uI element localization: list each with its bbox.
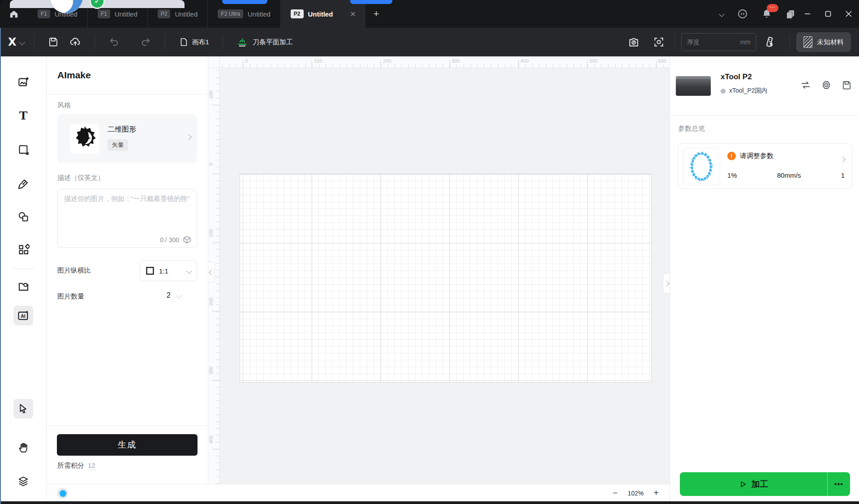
play-icon <box>739 480 747 488</box>
boolean-tool[interactable] <box>13 207 33 226</box>
credits-label: 所需积分 <box>57 461 84 470</box>
power-value: 1% <box>727 171 737 179</box>
elements-grid-icon <box>17 243 30 256</box>
close-window-button[interactable] <box>838 0 859 28</box>
tabs-dropdown-button[interactable] <box>720 10 724 18</box>
process-mode-button[interactable]: 刀条平面加工 <box>233 33 296 51</box>
divider <box>223 35 223 49</box>
window-bottom-edge <box>0 501 859 504</box>
cloud-upload-icon <box>69 36 81 48</box>
parameters-section-title: 参数总览 <box>678 124 705 133</box>
pan-tool[interactable] <box>13 438 33 457</box>
pen-tool[interactable] <box>13 174 33 193</box>
process-more-button[interactable]: ••• <box>828 472 850 496</box>
zoom-out-button[interactable]: − <box>613 488 618 498</box>
zoom-level[interactable]: 102% <box>628 490 644 497</box>
warning-text: 请调整参数 <box>740 152 773 160</box>
char-counter: 0 / 300 <box>160 236 179 243</box>
tab-untitled-4[interactable]: F2 Ultra Untitled <box>208 0 281 28</box>
elements-library-tool[interactable] <box>13 239 33 259</box>
process-mode-label: 刀条平面加工 <box>253 38 293 47</box>
tab-device-badge: F1 <box>98 9 110 18</box>
style-name: 二维图形 <box>107 125 136 134</box>
panel-title: AImake <box>57 70 91 81</box>
save-config-button[interactable] <box>842 80 852 90</box>
thickness-input[interactable] <box>687 38 740 46</box>
status-bar: − 102% + <box>47 484 670 501</box>
ruler-tick-label: 500 <box>589 58 597 64</box>
canvas-area[interactable]: 0 100 200 300 400 500 600 -100 0 100 200… <box>208 56 670 484</box>
material-swatch-icon <box>803 36 812 48</box>
parameter-card[interactable]: ! 请调整参数 1% 80mm/s 1 <box>678 143 852 189</box>
focus-indicator[interactable] <box>57 488 68 499</box>
save-button[interactable] <box>44 33 62 51</box>
object-thumbnail <box>683 148 720 185</box>
shape-tool[interactable] <box>13 140 33 159</box>
thickness-field[interactable]: mm <box>681 33 756 51</box>
frame-preview-button[interactable] <box>649 33 668 51</box>
app-logo[interactable]: X <box>8 36 17 48</box>
save-icon <box>48 37 59 47</box>
tab-device-badge: P2 <box>291 9 304 18</box>
text-tool-icon: T <box>19 109 28 122</box>
canvas-select-button[interactable]: 画布1 <box>175 34 213 51</box>
image-count-value: 2 <box>167 291 171 299</box>
notification-count-badge: ··· <box>767 4 778 12</box>
material-label: 未知材料 <box>817 38 844 47</box>
layers-tool[interactable] <box>13 471 33 491</box>
auto-measure-button[interactable] <box>760 32 780 52</box>
my-projects-tool[interactable] <box>13 277 33 296</box>
select-tool[interactable] <box>13 399 33 419</box>
minimize-button[interactable] <box>797 0 818 28</box>
work-area-grid[interactable] <box>240 174 652 383</box>
maximize-button[interactable] <box>818 0 838 28</box>
process-button[interactable]: 加工 <box>680 472 828 496</box>
text-tool[interactable]: T <box>13 106 33 125</box>
new-tab-button[interactable]: + <box>365 0 387 28</box>
ruler-tick-label: 300 <box>451 58 460 64</box>
divider <box>47 94 208 94</box>
aimake-tool[interactable]: AI <box>13 306 33 325</box>
document-icon <box>179 37 189 47</box>
close-icon <box>845 10 853 18</box>
cloud-upload-button[interactable] <box>66 33 85 51</box>
material-button[interactable]: 未知材料 <box>796 32 851 52</box>
ruler-tick-label: 600 <box>658 58 666 64</box>
device-indicator-pill <box>350 0 392 4</box>
app-menu-chevron[interactable] <box>20 38 24 46</box>
generate-button[interactable]: 生成 <box>57 434 198 456</box>
windows-switcher-button[interactable] <box>786 9 796 19</box>
notifications-button[interactable]: ··· <box>761 9 772 19</box>
warning-icon: ! <box>727 152 736 160</box>
home-button[interactable] <box>6 7 21 21</box>
switch-device-button[interactable] <box>800 80 811 90</box>
undo-button[interactable] <box>105 33 124 51</box>
project-folder-icon <box>17 281 30 293</box>
redo-button[interactable] <box>136 33 155 51</box>
ruler-tick-label: 100 <box>208 224 214 242</box>
aspect-ratio-select[interactable]: 1:1 <box>140 261 197 281</box>
expand-right-panel-handle[interactable] <box>663 273 670 294</box>
import-image-tool[interactable] <box>13 72 33 92</box>
random-dice-icon[interactable] <box>183 235 191 244</box>
style-card[interactable]: 二维图形 矢量 <box>57 114 197 163</box>
zoom-in-button[interactable]: + <box>653 488 659 498</box>
style-label: 风格 <box>57 101 71 110</box>
ruler-tick-label: 0 <box>208 155 214 173</box>
tab-untitled-active[interactable]: P2 Untitled ✕ <box>281 0 365 28</box>
aspect-ratio-label: 图片纵横比 <box>57 266 91 275</box>
home-icon <box>9 9 19 19</box>
laser-flat-icon <box>236 36 248 48</box>
camera-button[interactable] <box>624 33 643 51</box>
history-button[interactable] <box>737 9 748 19</box>
collapse-left-panel-handle[interactable] <box>208 262 215 282</box>
device-image <box>676 76 711 96</box>
device-name: xTool P2 <box>721 73 752 81</box>
description-input[interactable] <box>58 189 197 231</box>
image-count-select[interactable]: 2 <box>167 291 181 299</box>
square-ratio-icon <box>146 266 155 275</box>
chevron-right-icon <box>841 155 845 163</box>
device-settings-button[interactable] <box>821 80 832 90</box>
tool-sidebar: T <box>0 56 47 504</box>
close-tab-icon[interactable]: ✕ <box>347 9 358 19</box>
